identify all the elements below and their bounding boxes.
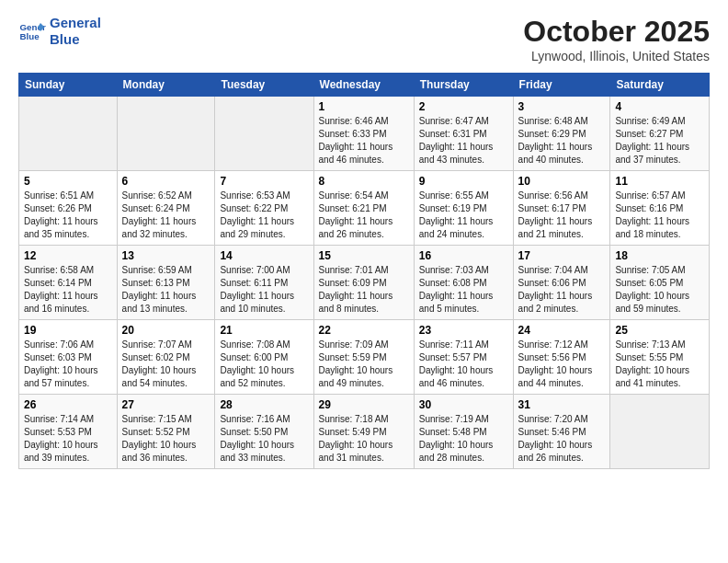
day-info: Sunrise: 6:49 AM Sunset: 6:27 PM Dayligh…: [615, 115, 704, 167]
col-header-saturday: Saturday: [610, 74, 710, 97]
day-cell: 15Sunrise: 7:01 AM Sunset: 6:09 PM Dayli…: [313, 246, 414, 320]
day-cell: 9Sunrise: 6:55 AM Sunset: 6:19 PM Daylig…: [414, 171, 513, 246]
day-cell: 27Sunrise: 7:15 AM Sunset: 5:52 PM Dayli…: [117, 395, 215, 469]
day-number: 26: [24, 398, 112, 411]
day-number: 29: [319, 398, 409, 411]
day-info: Sunrise: 6:55 AM Sunset: 6:19 PM Dayligh…: [419, 190, 508, 241]
day-cell: 30Sunrise: 7:19 AM Sunset: 5:48 PM Dayli…: [414, 395, 513, 469]
day-number: 13: [122, 249, 210, 262]
week-row-1: 1Sunrise: 6:46 AM Sunset: 6:33 PM Daylig…: [19, 97, 710, 171]
day-cell: 6Sunrise: 6:52 AM Sunset: 6:24 PM Daylig…: [117, 171, 215, 246]
page-container: General Blue General Blue October 2025 L…: [0, 0, 728, 484]
day-info: Sunrise: 6:48 AM Sunset: 6:29 PM Dayligh…: [518, 115, 606, 167]
day-number: 10: [518, 175, 606, 188]
svg-text:Blue: Blue: [20, 31, 40, 41]
logo-text: General Blue: [50, 15, 101, 48]
day-number: 23: [419, 324, 508, 337]
day-info: Sunrise: 7:06 AM Sunset: 6:03 PM Dayligh…: [24, 339, 112, 390]
day-cell: 13Sunrise: 6:59 AM Sunset: 6:13 PM Dayli…: [117, 246, 215, 320]
day-number: 11: [615, 175, 704, 188]
header: General Blue General Blue October 2025 L…: [18, 15, 710, 63]
day-cell: 4Sunrise: 6:49 AM Sunset: 6:27 PM Daylig…: [610, 97, 710, 171]
day-number: 16: [419, 249, 508, 262]
logo: General Blue General Blue: [18, 15, 101, 48]
day-cell: 26Sunrise: 7:14 AM Sunset: 5:53 PM Dayli…: [19, 395, 118, 469]
day-cell: 11Sunrise: 6:57 AM Sunset: 6:16 PM Dayli…: [610, 171, 710, 246]
day-info: Sunrise: 7:08 AM Sunset: 6:00 PM Dayligh…: [220, 339, 308, 390]
day-info: Sunrise: 6:57 AM Sunset: 6:16 PM Dayligh…: [615, 190, 704, 241]
day-info: Sunrise: 6:51 AM Sunset: 6:26 PM Dayligh…: [24, 190, 112, 241]
day-cell: 8Sunrise: 6:54 AM Sunset: 6:21 PM Daylig…: [313, 171, 414, 246]
col-header-tuesday: Tuesday: [215, 74, 313, 97]
day-cell: 16Sunrise: 7:03 AM Sunset: 6:08 PM Dayli…: [414, 246, 513, 320]
day-cell: 2Sunrise: 6:47 AM Sunset: 6:31 PM Daylig…: [414, 97, 513, 171]
day-cell: 10Sunrise: 6:56 AM Sunset: 6:17 PM Dayli…: [513, 171, 610, 246]
day-number: 8: [319, 175, 409, 188]
day-cell: 5Sunrise: 6:51 AM Sunset: 6:26 PM Daylig…: [19, 171, 118, 246]
day-cell: [19, 97, 118, 171]
day-info: Sunrise: 7:20 AM Sunset: 5:46 PM Dayligh…: [518, 413, 606, 465]
day-number: 2: [419, 100, 508, 113]
day-cell: 31Sunrise: 7:20 AM Sunset: 5:46 PM Dayli…: [513, 395, 610, 469]
day-number: 25: [615, 324, 704, 337]
day-info: Sunrise: 7:13 AM Sunset: 5:55 PM Dayligh…: [615, 339, 704, 390]
day-number: 24: [518, 324, 606, 337]
day-number: 31: [518, 398, 606, 411]
day-info: Sunrise: 6:59 AM Sunset: 6:13 PM Dayligh…: [122, 264, 210, 316]
day-cell: 20Sunrise: 7:07 AM Sunset: 6:02 PM Dayli…: [117, 320, 215, 395]
day-info: Sunrise: 6:54 AM Sunset: 6:21 PM Dayligh…: [319, 190, 409, 241]
day-cell: 28Sunrise: 7:16 AM Sunset: 5:50 PM Dayli…: [215, 395, 313, 469]
day-cell: 25Sunrise: 7:13 AM Sunset: 5:55 PM Dayli…: [610, 320, 710, 395]
day-cell: 18Sunrise: 7:05 AM Sunset: 6:05 PM Dayli…: [610, 246, 710, 320]
day-cell: 1Sunrise: 6:46 AM Sunset: 6:33 PM Daylig…: [313, 97, 414, 171]
day-number: 14: [220, 249, 308, 262]
day-cell: 19Sunrise: 7:06 AM Sunset: 6:03 PM Dayli…: [19, 320, 118, 395]
day-info: Sunrise: 7:12 AM Sunset: 5:56 PM Dayligh…: [518, 339, 606, 390]
day-info: Sunrise: 7:07 AM Sunset: 6:02 PM Dayligh…: [122, 339, 210, 390]
day-info: Sunrise: 7:01 AM Sunset: 6:09 PM Dayligh…: [319, 264, 409, 316]
header-row: SundayMondayTuesdayWednesdayThursdayFrid…: [19, 74, 710, 97]
day-number: 22: [319, 324, 409, 337]
day-cell: [215, 97, 313, 171]
location: Lynwood, Illinois, United States: [523, 49, 710, 63]
col-header-thursday: Thursday: [414, 74, 513, 97]
day-info: Sunrise: 7:09 AM Sunset: 5:59 PM Dayligh…: [319, 339, 409, 390]
col-header-friday: Friday: [513, 74, 610, 97]
month-title: October 2025: [523, 15, 710, 49]
day-number: 1: [319, 100, 409, 113]
day-number: 6: [122, 175, 210, 188]
day-info: Sunrise: 7:19 AM Sunset: 5:48 PM Dayligh…: [419, 413, 508, 465]
day-number: 27: [122, 398, 210, 411]
day-number: 4: [615, 100, 704, 113]
day-info: Sunrise: 7:04 AM Sunset: 6:06 PM Dayligh…: [518, 264, 606, 316]
calendar-table: SundayMondayTuesdayWednesdayThursdayFrid…: [18, 73, 710, 469]
day-number: 5: [24, 175, 112, 188]
day-cell: 29Sunrise: 7:18 AM Sunset: 5:49 PM Dayli…: [313, 395, 414, 469]
title-block: October 2025 Lynwood, Illinois, United S…: [523, 15, 710, 63]
day-info: Sunrise: 6:53 AM Sunset: 6:22 PM Dayligh…: [220, 190, 308, 241]
col-header-monday: Monday: [117, 74, 215, 97]
day-cell: 21Sunrise: 7:08 AM Sunset: 6:00 PM Dayli…: [215, 320, 313, 395]
day-info: Sunrise: 7:14 AM Sunset: 5:53 PM Dayligh…: [24, 413, 112, 465]
day-number: 17: [518, 249, 606, 262]
day-info: Sunrise: 7:15 AM Sunset: 5:52 PM Dayligh…: [122, 413, 210, 465]
col-header-sunday: Sunday: [19, 74, 118, 97]
day-cell: [117, 97, 215, 171]
week-row-2: 5Sunrise: 6:51 AM Sunset: 6:26 PM Daylig…: [19, 171, 710, 246]
day-info: Sunrise: 6:47 AM Sunset: 6:31 PM Dayligh…: [419, 115, 508, 167]
day-number: 21: [220, 324, 308, 337]
day-cell: 14Sunrise: 7:00 AM Sunset: 6:11 PM Dayli…: [215, 246, 313, 320]
day-info: Sunrise: 7:00 AM Sunset: 6:11 PM Dayligh…: [220, 264, 308, 316]
day-cell: 17Sunrise: 7:04 AM Sunset: 6:06 PM Dayli…: [513, 246, 610, 320]
week-row-3: 12Sunrise: 6:58 AM Sunset: 6:14 PM Dayli…: [19, 246, 710, 320]
day-cell: [610, 395, 710, 469]
day-number: 20: [122, 324, 210, 337]
day-info: Sunrise: 6:52 AM Sunset: 6:24 PM Dayligh…: [122, 190, 210, 241]
day-number: 28: [220, 398, 308, 411]
week-row-4: 19Sunrise: 7:06 AM Sunset: 6:03 PM Dayli…: [19, 320, 710, 395]
day-info: Sunrise: 7:11 AM Sunset: 5:57 PM Dayligh…: [419, 339, 508, 390]
day-info: Sunrise: 7:03 AM Sunset: 6:08 PM Dayligh…: [419, 264, 508, 316]
day-cell: 7Sunrise: 6:53 AM Sunset: 6:22 PM Daylig…: [215, 171, 313, 246]
day-cell: 3Sunrise: 6:48 AM Sunset: 6:29 PM Daylig…: [513, 97, 610, 171]
day-number: 7: [220, 175, 308, 188]
